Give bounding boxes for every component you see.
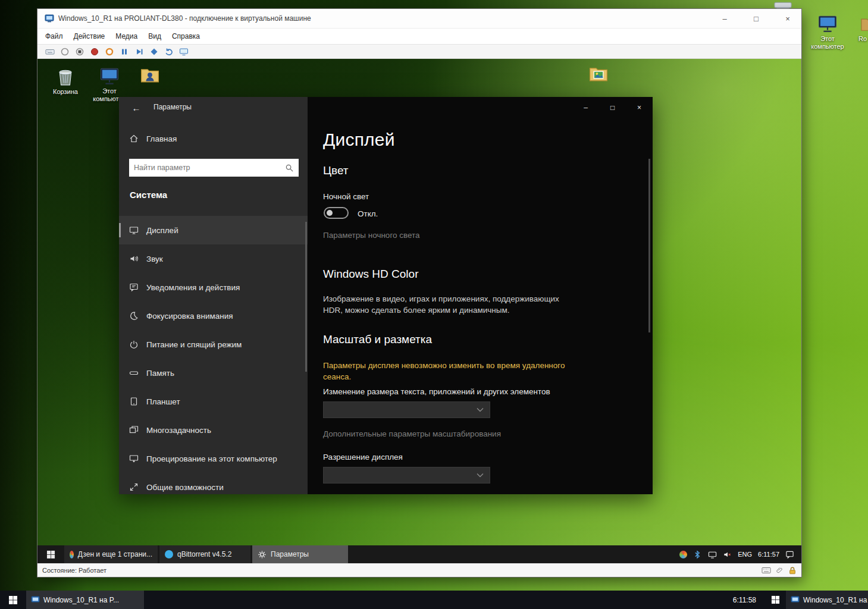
vm-system-tray: ENG 6:11:57 <box>679 545 801 563</box>
vm-start-button[interactable] <box>37 545 64 563</box>
menu-help[interactable]: Справка <box>167 30 205 43</box>
sidebar-item-storage[interactable]: Память <box>119 359 308 387</box>
vm-connection-window: Windows_10_R1 на PROLIANT-DL380 - подклю… <box>37 9 801 577</box>
vm-maximize-button[interactable]: □ <box>742 9 770 28</box>
sidebar-item-home[interactable]: Главная <box>129 134 177 143</box>
sidebar-item-display[interactable]: Дисплей <box>119 216 308 244</box>
advanced-scaling-link[interactable]: Дополнительные параметры масштабирования <box>323 429 501 440</box>
sidebar-item-label: Память <box>146 369 174 378</box>
search-input[interactable] <box>129 164 285 172</box>
bluetooth-icon[interactable] <box>693 550 702 559</box>
vm-status-bar: Состояние: Работает <box>37 563 801 577</box>
vm-minimize-button[interactable]: – <box>711 9 738 28</box>
save-state-icon[interactable] <box>105 47 114 56</box>
host-clock[interactable]: 6:11:58 <box>725 591 764 609</box>
vm-desktop-icon-user-folder[interactable] <box>134 65 166 85</box>
photos-folder-icon <box>588 64 609 84</box>
language-indicator[interactable]: ENG <box>738 551 752 558</box>
vm-window-title: Windows_10_R1 на PROLIANT-DL380 - подклю… <box>58 14 707 23</box>
sidebar-item-sound[interactable]: Звук <box>119 244 308 273</box>
sidebar-item-label: Общие возможности <box>146 483 224 492</box>
task-label: Параметры <box>271 550 309 558</box>
sidebar-item-tablet[interactable]: Планшет <box>119 387 308 416</box>
sidebar-item-multitasking[interactable]: Многозадачность <box>119 416 308 444</box>
host-secondary-start-button[interactable] <box>764 591 786 609</box>
sidebar-scrollbar[interactable] <box>305 222 307 372</box>
volume-muted-icon[interactable] <box>723 550 732 559</box>
home-icon <box>129 134 139 143</box>
menu-media[interactable]: Медиа <box>110 30 143 43</box>
action-center-icon[interactable] <box>785 550 794 559</box>
revert-icon[interactable] <box>164 47 174 56</box>
settings-close-button[interactable]: × <box>626 97 653 118</box>
chevron-down-icon <box>477 473 484 478</box>
content-scrollbar[interactable] <box>648 159 650 332</box>
menu-action[interactable]: Действие <box>68 30 111 43</box>
night-light-toggle[interactable] <box>324 207 349 219</box>
host-desktop-icon-computer[interactable]: Этот компьютер <box>809 15 847 51</box>
selected-accent-bar <box>119 223 121 237</box>
resolution-label: Разрешение дисплея <box>323 452 403 463</box>
power-icon <box>129 340 139 349</box>
host-taskbar-task-vm2[interactable]: Windows_10_R1 на P... <box>786 591 868 609</box>
start-vm-icon[interactable] <box>60 47 70 56</box>
sidebar-item-projecting[interactable]: Проецирование на этот компьютер <box>119 444 308 473</box>
taskbar-task-qbittorrent[interactable]: qBittorrent v4.5.2 <box>159 545 250 563</box>
vm-status-text: Состояние: Работает <box>42 567 106 574</box>
checkpoint-icon[interactable] <box>149 47 159 56</box>
settings-window: ← Параметры Главная Система <box>119 97 653 494</box>
settings-window-controls: – □ × <box>572 97 653 118</box>
hdr-description: Изображение в видео, играх и приложениях… <box>323 294 579 316</box>
reset-icon[interactable] <box>134 47 144 56</box>
sidebar-item-label: Проецирование на этот компьютер <box>146 454 277 463</box>
night-light-settings-link[interactable]: Параметры ночного света <box>323 230 420 241</box>
back-button[interactable]: ← <box>126 99 146 116</box>
shutdown-icon[interactable] <box>90 47 99 56</box>
sidebar-item-focus[interactable]: Фокусировка внимания <box>119 302 308 330</box>
vm-screen: Корзина Этот компьютер ← Параметры <box>37 59 801 563</box>
hdr-heading: Windows HD Color <box>323 268 418 281</box>
vm-taskbar: Дзен и еще 1 страни... qBittorrent v4.5.… <box>37 545 801 563</box>
taskbar-task-settings[interactable]: Параметры <box>252 545 348 563</box>
vm-desktop-icon-recycle-bin[interactable]: Корзина <box>46 67 85 96</box>
sidebar-item-label: Звук <box>146 255 163 263</box>
night-light-state: Откл. <box>358 209 378 220</box>
gear-icon <box>258 550 267 559</box>
ctrl-alt-del-icon[interactable] <box>45 47 55 56</box>
host-start-button[interactable] <box>0 591 26 609</box>
search-icon[interactable] <box>285 164 299 172</box>
sidebar-item-label: Фокусировка внимания <box>146 312 233 321</box>
resolution-dropdown[interactable] <box>323 467 490 484</box>
taskbar-task-browser[interactable]: Дзен и еще 1 страни... <box>64 545 158 563</box>
enhanced-session-icon[interactable] <box>179 47 189 56</box>
tray-app-icon[interactable] <box>679 551 687 558</box>
vm-window-titlebar: Windows_10_R1 на PROLIANT-DL380 - подклю… <box>37 9 801 29</box>
multitasking-icon <box>129 425 139 435</box>
host-desktop-partial-right-icon[interactable]: Ro <box>855 15 868 43</box>
settings-window-title: Параметры <box>153 103 192 111</box>
sidebar-item-notifications[interactable]: Уведомления и действия <box>119 273 308 302</box>
vm-close-button[interactable]: × <box>774 9 801 28</box>
settings-maximize-button[interactable]: □ <box>599 97 626 118</box>
settings-content: – □ × Дисплей Цвет Ночной свет Откл. Пар… <box>308 97 653 494</box>
search-box <box>129 159 299 177</box>
sidebar-item-label: Питание и спящий режим <box>146 340 242 349</box>
focus-moon-icon <box>129 311 139 321</box>
page-title: Дисплей <box>323 130 395 150</box>
toggle-knob <box>327 210 333 216</box>
menu-file[interactable]: Файл <box>40 30 68 43</box>
settings-minimize-button[interactable]: – <box>572 97 599 118</box>
sidebar-item-power[interactable]: Питание и спящий режим <box>119 330 308 359</box>
task-label: Дзен и еще 1 страни... <box>78 550 152 558</box>
display-tray-icon[interactable] <box>708 550 717 559</box>
computer-icon <box>817 15 838 33</box>
turn-off-icon[interactable] <box>75 47 84 56</box>
menu-view[interactable]: Вид <box>143 30 167 43</box>
scale-dropdown[interactable] <box>323 401 490 418</box>
host-taskbar-task-vm[interactable]: Windows_10_R1 на P... <box>26 591 144 609</box>
icon-label: Этот компьютер <box>809 35 847 51</box>
sidebar-item-shared-experiences[interactable]: Общие возможности <box>119 473 308 501</box>
vm-desktop-icon-photos-folder[interactable] <box>582 64 615 84</box>
pause-icon[interactable] <box>120 47 129 56</box>
clock[interactable]: 6:11:57 <box>758 551 779 558</box>
